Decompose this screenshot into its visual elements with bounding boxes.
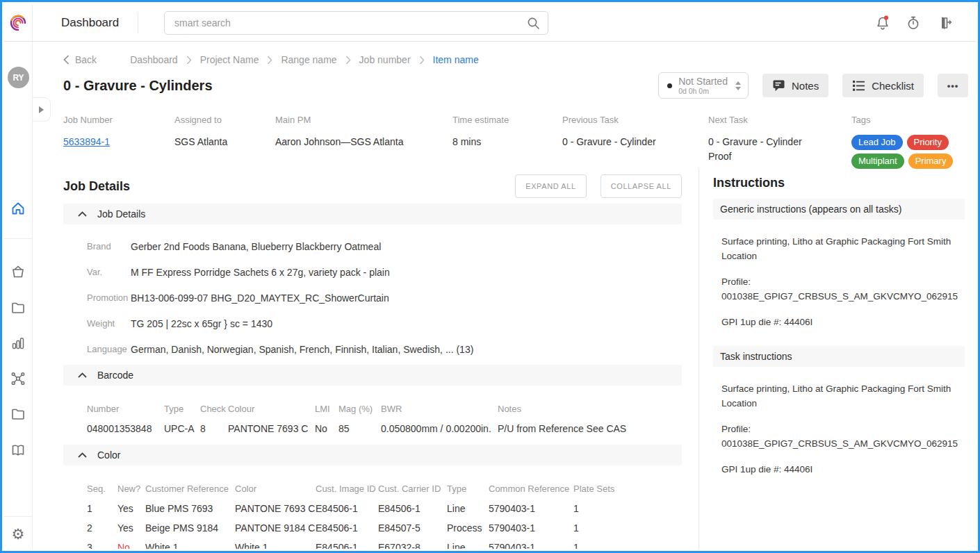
app-logo[interactable] bbox=[4, 4, 33, 41]
job-number-link[interactable]: 5633894-1 bbox=[63, 135, 174, 149]
notes-label: Notes bbox=[792, 80, 819, 92]
user-avatar[interactable]: RY bbox=[8, 67, 29, 88]
meta-tags: Tags Lead Job Priority Multiplant Primar… bbox=[851, 115, 980, 169]
color-row-1: 1 Yes Blue PMS 7693 PANTONE 7693 C E8450… bbox=[87, 503, 699, 514]
checklist-button[interactable]: Checklist bbox=[842, 74, 924, 97]
sidebar-item-projects[interactable] bbox=[10, 299, 26, 316]
breadcrumb-item-current[interactable]: Item name bbox=[433, 54, 479, 65]
back-label: Back bbox=[75, 54, 97, 65]
chevron-left-icon bbox=[63, 55, 70, 65]
breadcrumb-item-range[interactable]: Range name bbox=[281, 54, 336, 65]
generic-instructions-body: Surface printing, Litho at Graphic Packa… bbox=[713, 234, 965, 329]
select-arrows-icon bbox=[735, 81, 741, 90]
checklist-label: Checklist bbox=[872, 80, 914, 92]
breadcrumb-item-dashboard[interactable]: Dashboard bbox=[130, 54, 178, 65]
section-header-barcode[interactable]: Barcode bbox=[63, 365, 682, 386]
chevron-right-icon bbox=[267, 56, 272, 65]
more-actions-button[interactable]: ••• bbox=[938, 74, 968, 97]
back-button[interactable]: Back bbox=[63, 54, 97, 65]
instruction-profile: Profile: 001038E_GPIG7_CRBSUS_S_AM_GKVCM… bbox=[721, 422, 965, 451]
task-title: 0 - Gravure - Cylinders bbox=[63, 78, 213, 94]
network-nodes-icon bbox=[10, 370, 26, 387]
instruction-die: GPI 1up die #: 44406I bbox=[721, 315, 965, 329]
sidebar-item-settings[interactable]: ⚙ bbox=[10, 526, 26, 543]
instructions-pane: Instructions Generic instructions (appea… bbox=[699, 169, 976, 549]
sidebar-item-home[interactable] bbox=[10, 200, 26, 217]
chevron-right-icon bbox=[345, 56, 351, 65]
barcode-header-row: Number Type Check Colour LMI Mag (%) BWR… bbox=[87, 404, 699, 415]
job-details-title: Job Details bbox=[63, 179, 130, 194]
sidebar-item-workflow[interactable] bbox=[10, 370, 26, 387]
chevron-up-icon bbox=[78, 211, 87, 217]
barcode-data-row: 048001353848 UPC-A 8 PANTONE 7693 C No 8… bbox=[87, 423, 699, 434]
logout-exit-icon[interactable] bbox=[936, 15, 952, 31]
sidebar-item-orders[interactable] bbox=[10, 263, 26, 280]
task-title-row: 0 - Gravure - Cylinders Not Started 0d 0… bbox=[63, 72, 968, 99]
color-table: Seq. New? Customer Reference Color Cust.… bbox=[87, 484, 699, 549]
notifications-bell-icon[interactable] bbox=[874, 15, 891, 31]
expand-all-button[interactable]: EXPAND ALL bbox=[515, 174, 586, 198]
sidebar-expand-handle[interactable] bbox=[33, 97, 51, 122]
breadcrumb-item-project[interactable]: Project Name bbox=[200, 54, 259, 65]
collapse-all-button[interactable]: COLLAPSE ALL bbox=[601, 174, 682, 198]
page-header-title: Dashboard bbox=[61, 16, 138, 30]
task-meta-row: Job Number 5633894-1 Assigned to SGS Atl… bbox=[63, 115, 976, 169]
task-instructions-body: Surface printing, Litho at Graphic Packa… bbox=[713, 381, 965, 477]
new-flag-negative: No bbox=[117, 542, 145, 549]
smart-search bbox=[164, 11, 548, 35]
search-icon[interactable] bbox=[527, 17, 540, 33]
barcode-table: Number Type Check Colour LMI Mag (%) BWR… bbox=[87, 404, 699, 434]
chevron-right-icon bbox=[419, 56, 425, 65]
breadcrumb-item-job[interactable]: Job number bbox=[359, 54, 411, 65]
notes-button[interactable]: Notes bbox=[762, 74, 828, 97]
sidebar-divider bbox=[4, 238, 33, 239]
timer-stopwatch-icon[interactable] bbox=[905, 15, 922, 31]
gear-icon: ⚙ bbox=[10, 526, 26, 543]
field-promotion: Promotion BH13-006-099-07 BHG_D20_MAYTEX… bbox=[87, 292, 699, 304]
meta-next-task: Next Task 0 - Gravure - Cylinder Proof bbox=[708, 115, 851, 169]
folder-icon bbox=[10, 299, 26, 316]
breadcrumb: Back Dashboard Project Name Range name J… bbox=[63, 54, 479, 65]
instruction-profile: Profile: 001038E_GPIG7_CRBSUS_S_AM_GKVCM… bbox=[721, 274, 965, 304]
instruction-text: Surface printing, Litho at Graphic Packa… bbox=[721, 381, 965, 411]
sidebar-item-reports[interactable] bbox=[10, 335, 26, 352]
tag-multiplant: Multiplant bbox=[851, 154, 904, 169]
top-bar: Dashboard bbox=[4, 4, 976, 42]
sidebar-item-library[interactable] bbox=[10, 442, 26, 459]
book-icon bbox=[10, 442, 26, 459]
color-row-2: 2 Yes Beige PMS 9184 PANTONE 9184 C E845… bbox=[87, 522, 699, 534]
meta-previous-task: Previous Task 0 - Gravure - Cylinder bbox=[562, 115, 708, 169]
meta-main-pm: Main PM Aaron Johnson—SGS Atlanta bbox=[275, 115, 452, 169]
task-actions: Not Started 0d 0h 0m Notes Checklist ••• bbox=[658, 72, 968, 99]
top-bar-content: Dashboard bbox=[33, 4, 976, 41]
search-input[interactable] bbox=[164, 11, 548, 35]
section-header-job-details[interactable]: Job Details bbox=[63, 204, 682, 224]
left-sidebar: RY ⚙ bbox=[4, 42, 33, 549]
meta-job-number: Job Number 5633894-1 bbox=[63, 115, 174, 169]
sidebar-divider bbox=[4, 516, 33, 517]
status-elapsed: 0d 0h 0m bbox=[678, 87, 728, 95]
job-details-pane: Job Details EXPAND ALL COLLAPSE ALL Job … bbox=[33, 169, 699, 549]
checklist-icon bbox=[852, 80, 865, 92]
chevron-right-icon bbox=[186, 56, 192, 65]
tag-primary: Primary bbox=[908, 154, 954, 169]
chevron-right-icon bbox=[39, 106, 44, 113]
instructions-title: Instructions bbox=[713, 176, 965, 190]
task-instructions-header: Task instructions bbox=[713, 346, 965, 367]
header-icon-group bbox=[874, 15, 952, 31]
home-icon bbox=[13, 204, 24, 214]
notes-chat-icon bbox=[772, 79, 785, 92]
status-label: Not Started bbox=[678, 76, 728, 87]
section-header-color[interactable]: Color bbox=[63, 445, 682, 465]
sidebar-item-files[interactable] bbox=[10, 406, 26, 422]
header-divider bbox=[138, 13, 138, 33]
status-dot-icon bbox=[667, 83, 672, 88]
status-select[interactable]: Not Started 0d 0h 0m bbox=[658, 72, 749, 99]
tag-priority: Priority bbox=[907, 135, 949, 150]
bar-chart-icon bbox=[10, 335, 26, 352]
instruction-text: Surface printing, Litho at Graphic Packa… bbox=[721, 234, 965, 263]
basket-icon bbox=[10, 263, 26, 280]
main-content: Back Dashboard Project Name Range name J… bbox=[33, 42, 976, 549]
field-weight: Weight TG 205 | 22sc x 65gr } sc = 1430 bbox=[87, 318, 699, 329]
chevron-up-icon bbox=[78, 452, 87, 458]
